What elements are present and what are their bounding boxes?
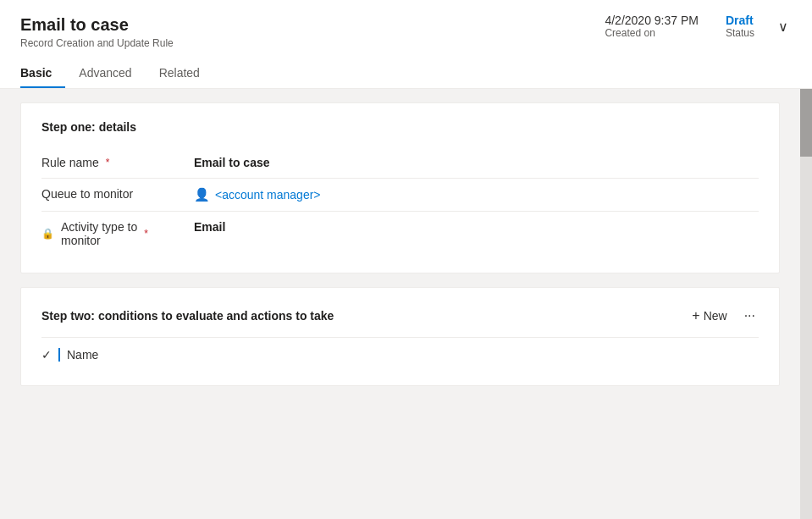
activity-type-field-row: 🔒 Activity type tomonitor * Email [41,212,759,256]
plus-icon: + [692,308,699,323]
chevron-down-button[interactable]: ∨ [775,15,792,38]
step-two-actions: + New ··· [685,305,759,327]
created-on-meta: 4/2/2020 9:37 PM Created on [605,14,699,39]
queue-to-monitor-label: Queue to monitor [41,187,194,201]
record-type-label: Record Creation and Update Rule [20,37,174,49]
tab-basic[interactable]: Basic [20,59,65,88]
tab-related[interactable]: Related [146,59,213,88]
new-button[interactable]: + New [685,305,733,327]
tabs: Basic Advanced Related [20,59,792,88]
created-on-label: Created on [605,27,699,39]
main-container: Email to case Record Creation and Update… [0,0,812,519]
new-button-label: New [704,309,727,323]
person-icon: 👤 [194,187,210,202]
status-value: Draft [726,14,754,27]
queue-to-monitor-value[interactable]: 👤 <account manager> [194,187,759,202]
name-column-row: ✓ Name [41,341,759,368]
scrollbar[interactable] [800,89,812,519]
check-icon: ✓ [41,348,52,362]
step-one-title: Step one: details [41,120,759,134]
activity-type-label: 🔒 Activity type tomonitor * [41,220,194,247]
rule-name-required: * [106,157,110,168]
step-one-card: Step one: details Rule name * Email to c… [20,102,780,273]
step-two-title: Step two: conditions to evaluate and act… [41,309,334,323]
header-right: 4/2/2020 9:37 PM Created on Draft Status… [605,14,792,39]
divider [41,337,759,338]
more-options-button[interactable]: ··· [741,305,759,327]
queue-link-text[interactable]: <account manager> [215,188,321,202]
status-meta: Draft Status [726,14,754,39]
name-column-label: Name [58,348,98,362]
rule-name-field-row: Rule name * Email to case [41,147,759,179]
meta-info: 4/2/2020 9:37 PM Created on Draft Status [605,14,754,39]
rule-name-label: Rule name * [41,156,194,169]
status-label: Status [726,27,754,39]
header-top: Email to case Record Creation and Update… [20,14,792,49]
lock-icon: 🔒 [41,228,54,240]
main-panel: Step one: details Rule name * Email to c… [0,89,800,519]
activity-type-required: * [144,228,148,240]
step-two-header: Step two: conditions to evaluate and act… [41,305,759,327]
rule-name-value[interactable]: Email to case [194,156,759,169]
created-date-value: 4/2/2020 9:37 PM [605,14,699,27]
scroll-thumb[interactable] [800,89,812,157]
header-left: Email to case Record Creation and Update… [20,14,174,49]
step-two-card: Step two: conditions to evaluate and act… [20,287,780,386]
activity-type-value[interactable]: Email [194,220,759,234]
app-title: Email to case [20,14,174,36]
queue-to-monitor-field-row: Queue to monitor 👤 <account manager> [41,179,759,212]
content-area: Step one: details Rule name * Email to c… [0,89,812,519]
tab-advanced[interactable]: Advanced [65,59,145,88]
header: Email to case Record Creation and Update… [0,0,812,89]
